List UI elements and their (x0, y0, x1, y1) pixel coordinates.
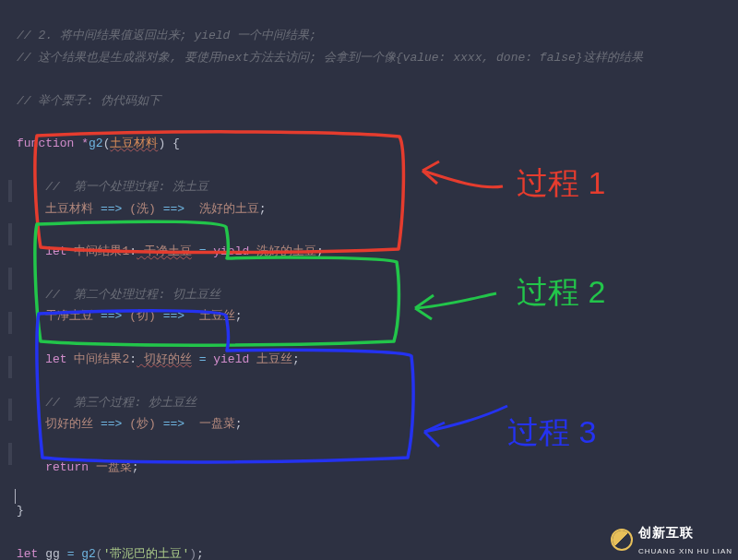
keyword-return: return (45, 460, 89, 474)
comment-line: // 第二个处理过程: 切土豆丝 (45, 288, 220, 302)
gutter-bar (8, 399, 12, 421)
expr: (洗) (122, 202, 162, 216)
code-editor[interactable]: // 2. 将中间结果值返回出来; yield 一个中间结果; // 这个结果也… (17, 4, 643, 560)
call: g2 (81, 547, 96, 560)
eq: = (192, 352, 213, 366)
expr: 土豆材料 (45, 202, 93, 216)
expr: (炒) (122, 417, 162, 431)
op: ==> (93, 202, 122, 216)
expr: 干净土豆 (45, 309, 93, 323)
eq: = (192, 244, 213, 258)
keyword-let: let (45, 244, 66, 258)
expr: 土豆丝 (192, 309, 235, 323)
op: ==> (163, 417, 192, 431)
eq: = (60, 547, 81, 560)
function-name: g2 (89, 137, 103, 150)
paren: ) { (158, 137, 179, 150)
var-name: gg (45, 547, 60, 560)
colon: : (129, 244, 137, 258)
star: * (81, 137, 89, 150)
gutter-bar (8, 356, 12, 378)
comment-line: // 这个结果也是生成器对象, 要使用next方法去访问; 会拿到一个像{val… (17, 51, 643, 65)
semi: ; (235, 309, 243, 323)
expr: (切) (122, 309, 162, 323)
type-annot: 干净土豆 (137, 244, 192, 258)
type-annot: 切好的丝 (137, 352, 192, 366)
op: ==> (93, 417, 122, 431)
keyword-yield: yield (213, 352, 249, 366)
logo-icon (611, 529, 633, 551)
expr: 土豆丝 (249, 352, 292, 366)
semi: ; (132, 460, 139, 474)
semi: ; (259, 202, 267, 216)
keyword-function: function (17, 137, 74, 150)
semi: ; (196, 547, 204, 560)
colon: : (129, 352, 137, 366)
keyword-let: let (17, 547, 38, 560)
gutter-bar (8, 312, 12, 334)
gutter-bar (8, 180, 12, 202)
expr: 一盘菜 (192, 417, 235, 431)
semi: ; (235, 417, 243, 431)
keyword-yield: yield (213, 244, 249, 258)
comment-line: // 第三个过程: 炒土豆丝 (45, 396, 196, 410)
gutter-bar (8, 223, 12, 245)
comment-line: // 第一个处理过程: 洗土豆 (45, 180, 208, 194)
semi: ; (292, 352, 300, 366)
expr: 切好的丝 (45, 417, 93, 431)
var-name: 中间结果2 (67, 352, 130, 366)
text-cursor (15, 489, 16, 504)
logo-title: 创新互联 (638, 521, 732, 544)
expr: 洗好的土豆 (192, 202, 259, 216)
close-brace: } (17, 504, 24, 518)
op: ==> (163, 309, 192, 323)
comment-line: // 2. 将中间结果值返回出来; yield 一个中间结果; (17, 29, 316, 42)
gutter-bar (8, 443, 12, 465)
watermark-logo: 创新互联 CHUANG XIN HU LIAN (611, 521, 732, 558)
expr: 洗好的土豆 (249, 244, 316, 258)
semi: ; (316, 244, 324, 258)
logo-subtitle: CHUANG XIN HU LIAN (638, 545, 732, 558)
op: ==> (163, 202, 192, 216)
op: ==> (93, 309, 122, 323)
keyword-let: let (45, 352, 66, 366)
string: '带泥巴的土豆' (103, 547, 190, 560)
gutter-bar (8, 268, 12, 290)
expr: 一盘菜 (89, 460, 132, 474)
param: 土豆材料 (110, 137, 158, 150)
comment-line: // 举个栗子: 伪代码如下 (17, 94, 161, 108)
var-name: 中间结果1 (67, 244, 130, 258)
